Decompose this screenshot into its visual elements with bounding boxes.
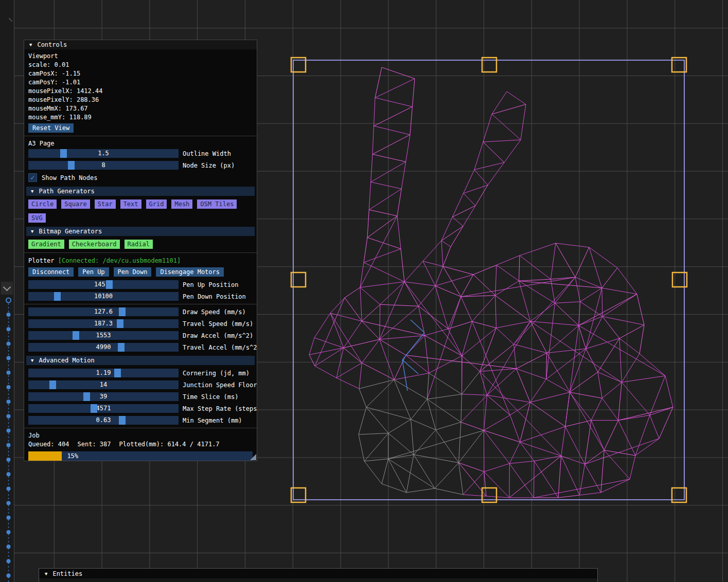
path-node-dot[interactable] <box>7 327 11 331</box>
svg-button[interactable]: SVG <box>28 213 46 223</box>
slider-handle[interactable] <box>60 149 67 158</box>
slider-value: 10100 <box>28 292 179 301</box>
grid-button[interactable]: Grid <box>146 199 167 209</box>
slider-label: Draw Speed (mm/s) <box>183 308 246 316</box>
slider-handle[interactable] <box>119 416 126 425</box>
path-node-dot[interactable] <box>7 313 11 317</box>
mesh-button[interactable]: Mesh <box>171 199 192 209</box>
slider-pen-up-position[interactable]: 14514 <box>28 280 179 289</box>
reset-view-button[interactable]: Reset View <box>28 123 74 133</box>
path-node-ring[interactable] <box>6 298 11 303</box>
slider-handle[interactable] <box>117 319 123 328</box>
bitmap-generators-title: Bitmap Generators <box>39 228 102 235</box>
bitmap-generator-buttons: GradientCheckerboardRadial <box>28 240 253 249</box>
slider-handle[interactable] <box>119 307 126 316</box>
pen-down-button[interactable]: Pen Down <box>114 267 152 277</box>
path-node-dot[interactable] <box>7 530 11 534</box>
gradient-button[interactable]: Gradient <box>28 240 64 249</box>
slider-cornering-jd-mm[interactable]: 1.19 <box>28 369 179 377</box>
circle-button[interactable]: Circle <box>28 199 57 209</box>
path-node-dot[interactable] <box>7 399 11 404</box>
path-node-dot[interactable] <box>7 356 11 360</box>
path-node-dot[interactable] <box>7 443 11 447</box>
slider-min-segment-mm[interactable]: 0.63 <box>28 416 179 425</box>
show-path-nodes-checkbox[interactable]: ✓ <box>28 173 37 182</box>
advanced-motion-header[interactable]: ▼ Advanced Motion <box>26 356 255 365</box>
slider-draw-accel-mm-s-2[interactable]: 1553 <box>28 331 179 340</box>
path-node-dot[interactable] <box>7 472 11 476</box>
path-node-dot[interactable] <box>7 371 11 375</box>
slider-max-step-rate-steps[interactable]: 4571 <box>28 404 179 413</box>
panel-resize-gripper[interactable] <box>250 454 256 460</box>
slider-row-pen-up-position: 14514Pen Up Position <box>28 280 253 289</box>
slider-handle[interactable] <box>118 343 125 352</box>
slider-handle[interactable] <box>68 161 75 170</box>
slider-handle[interactable] <box>54 292 61 301</box>
slider-row-draw-accel-mm-s-2: 1553Draw Accel (mm/s^2) <box>28 331 253 340</box>
controls-panel: ▼ Controls Viewport scale: 0.01camPosX: … <box>24 40 257 461</box>
slider-label: Pen Up Position <box>183 281 238 288</box>
path-node-dot[interactable] <box>7 501 11 505</box>
path-node-dot[interactable] <box>7 341 11 345</box>
slider-pen-down-position[interactable]: 10100 <box>28 292 179 301</box>
disengage-motors-button[interactable]: Disengage Motors <box>156 267 224 277</box>
slider-handle[interactable] <box>83 392 90 401</box>
radial-button[interactable]: Radial <box>125 240 153 249</box>
path-node-dot[interactable] <box>7 385 11 389</box>
star-button[interactable]: Star <box>95 199 116 209</box>
path-node-dot[interactable] <box>7 574 11 578</box>
slider-value: 1.19 <box>28 369 179 377</box>
slider-outline-width[interactable]: 1.5 <box>28 149 179 158</box>
slider-handle[interactable] <box>49 380 56 389</box>
collapse-triangle-icon: ▼ <box>31 229 33 234</box>
controls-panel-title: Controls <box>37 41 67 48</box>
slider-handle[interactable] <box>106 280 113 289</box>
entities-panel-header[interactable]: ▼ Entities <box>39 569 597 578</box>
pen-up-button[interactable]: Pen Up <box>78 267 109 277</box>
slider-draw-speed-mm-s[interactable]: 127.6 <box>28 307 179 316</box>
path-generators-title: Path Generators <box>39 188 94 195</box>
slider-travel-speed-mm-s[interactable]: 187.3 <box>28 319 179 328</box>
slider-junction-speed-floor[interactable]: 14 <box>28 380 179 389</box>
job-heading: Job <box>28 431 253 440</box>
slider-row-max-step-rate-steps: 4571Max Step Rate (steps/ <box>28 404 253 413</box>
osm-tiles-button[interactable]: OSM Tiles <box>197 199 237 209</box>
separator <box>24 428 257 428</box>
bitmap-generators-header[interactable]: ▼ Bitmap Generators <box>26 227 255 236</box>
slider-value: 4571 <box>28 404 179 413</box>
viewport-stat-scale: scale: 0.01 <box>28 61 253 69</box>
path-node-dot[interactable] <box>7 559 11 563</box>
collapse-triangle-icon: ▼ <box>29 42 32 47</box>
slider-value: 127.6 <box>28 307 179 316</box>
slider-handle[interactable] <box>73 331 79 340</box>
show-path-nodes-row: ✓ Show Path Nodes <box>28 173 253 183</box>
path-node-dot[interactable] <box>7 429 11 433</box>
job-plotted: Plotted(mm): 614.4 / 4171.7 <box>119 441 220 448</box>
slider-travel-accel-mm-s-2[interactable]: 4990 <box>28 343 179 352</box>
slider-row-outline-width: 1.5Outline Width <box>28 149 253 158</box>
path-node-dot[interactable] <box>7 544 11 549</box>
slider-value: 4990 <box>28 343 179 352</box>
slider-node-size-px[interactable]: 8 <box>28 161 179 170</box>
show-path-nodes-label: Show Path Nodes <box>42 174 97 181</box>
viewport-stat-camposy: camPosY: -1.01 <box>28 78 253 87</box>
path-node-dot[interactable] <box>7 486 11 490</box>
slider-time-slice-ms[interactable]: 39 <box>28 392 179 401</box>
collapse-triangle-icon: ▼ <box>31 358 33 363</box>
viewport-stats: scale: 0.01camPosX: -1.15camPosY: -1.01m… <box>28 61 253 122</box>
text-button[interactable]: Text <box>120 199 141 209</box>
disconnect-button[interactable]: Disconnect <box>28 267 74 277</box>
path-node-dot[interactable] <box>7 458 11 462</box>
checkerboard-button[interactable]: Checkerboard <box>69 240 120 249</box>
square-button[interactable]: Square <box>61 199 90 209</box>
collapse-triangle-icon: ▼ <box>45 571 47 576</box>
viewport-stat-mouse-mmy: mouse_mmY: 118.89 <box>28 113 253 122</box>
path-node-dot[interactable] <box>7 516 11 520</box>
job-progress-fill <box>28 451 62 461</box>
slider-handle[interactable] <box>91 404 97 413</box>
path-generators-header[interactable]: ▼ Path Generators <box>26 187 255 196</box>
viewport-stat-camposx: camPosX: -1.15 <box>28 69 253 78</box>
controls-panel-header[interactable]: ▼ Controls <box>24 40 257 49</box>
slider-handle[interactable] <box>114 369 121 377</box>
path-node-dot[interactable] <box>7 414 11 418</box>
